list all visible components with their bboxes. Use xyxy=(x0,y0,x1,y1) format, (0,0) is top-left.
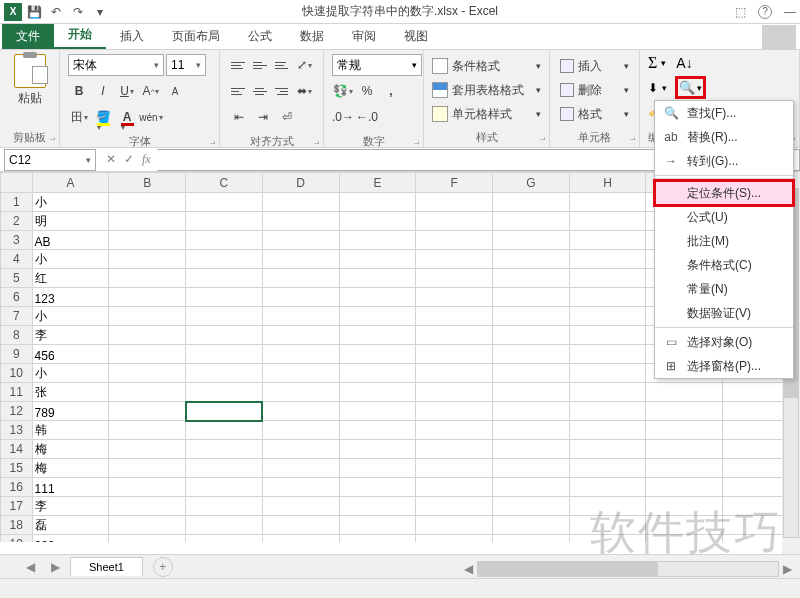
row-header[interactable]: 15 xyxy=(1,459,33,478)
cell[interactable] xyxy=(646,383,723,402)
cell[interactable] xyxy=(186,383,263,402)
cell[interactable] xyxy=(416,269,493,288)
cell[interactable] xyxy=(109,250,186,269)
paste-button[interactable]: 粘贴 xyxy=(14,54,46,107)
cell[interactable] xyxy=(262,421,339,440)
cell[interactable] xyxy=(186,459,263,478)
cell[interactable]: 李 xyxy=(32,497,109,516)
cell[interactable] xyxy=(262,364,339,383)
fx-icon[interactable]: fx xyxy=(142,152,151,167)
cell[interactable]: 明 xyxy=(32,212,109,231)
cell[interactable] xyxy=(493,193,570,212)
cell[interactable] xyxy=(569,231,646,250)
cell[interactable] xyxy=(109,421,186,440)
menu-item[interactable]: 批注(M) xyxy=(655,229,793,253)
cell[interactable]: 梅 xyxy=(32,459,109,478)
row-header[interactable]: 10 xyxy=(1,364,33,383)
cell[interactable] xyxy=(569,497,646,516)
cell[interactable] xyxy=(416,478,493,497)
fill-button[interactable]: ⬇ xyxy=(648,81,658,95)
cell[interactable] xyxy=(109,459,186,478)
cell[interactable] xyxy=(262,193,339,212)
tab-data[interactable]: 数据 xyxy=(286,24,338,49)
qat-redo-icon[interactable]: ↷ xyxy=(68,3,88,21)
menu-item[interactable]: ▭选择对象(O) xyxy=(655,330,793,354)
cell[interactable] xyxy=(262,326,339,345)
align-right-button[interactable] xyxy=(272,81,292,101)
cell[interactable] xyxy=(262,307,339,326)
cell[interactable] xyxy=(262,383,339,402)
row-header[interactable]: 2 xyxy=(1,212,33,231)
cell[interactable] xyxy=(569,421,646,440)
column-header[interactable]: C xyxy=(186,173,263,193)
sheet-nav-next-icon[interactable]: ▶ xyxy=(45,560,66,574)
row-header[interactable]: 17 xyxy=(1,497,33,516)
cell[interactable] xyxy=(262,478,339,497)
cell[interactable] xyxy=(646,421,723,440)
cell[interactable] xyxy=(416,231,493,250)
phonetic-button[interactable]: wén xyxy=(140,106,162,128)
percent-button[interactable]: % xyxy=(356,80,378,102)
menu-item[interactable]: 🔍查找(F)... xyxy=(655,101,793,125)
menu-item[interactable]: 条件格式(C) xyxy=(655,253,793,277)
cell[interactable] xyxy=(416,307,493,326)
menu-item[interactable]: 定位条件(S)... xyxy=(655,181,793,205)
cell[interactable] xyxy=(339,516,416,535)
cell[interactable]: 456 xyxy=(32,345,109,364)
cell[interactable] xyxy=(569,212,646,231)
decrease-decimal-button[interactable]: ←.0 xyxy=(356,106,378,128)
row-header[interactable]: 18 xyxy=(1,516,33,535)
cell[interactable] xyxy=(569,269,646,288)
align-top-button[interactable] xyxy=(228,55,248,75)
horizontal-scrollbar[interactable]: ◀▶ xyxy=(460,560,796,578)
border-button[interactable]: 田 xyxy=(68,106,90,128)
cell[interactable] xyxy=(109,193,186,212)
cell[interactable] xyxy=(262,231,339,250)
cell[interactable] xyxy=(186,231,263,250)
cell[interactable] xyxy=(416,497,493,516)
cell[interactable] xyxy=(493,364,570,383)
cell[interactable]: 222 xyxy=(32,535,109,543)
cell[interactable] xyxy=(262,288,339,307)
cell[interactable] xyxy=(569,478,646,497)
tab-formula[interactable]: 公式 xyxy=(234,24,286,49)
account-avatar[interactable] xyxy=(762,25,796,49)
cell[interactable]: 123 xyxy=(32,288,109,307)
cell[interactable] xyxy=(109,326,186,345)
cell[interactable] xyxy=(646,459,723,478)
cell[interactable] xyxy=(569,535,646,543)
cell[interactable] xyxy=(339,383,416,402)
menu-item[interactable]: 公式(U) xyxy=(655,205,793,229)
font-color-button[interactable]: A xyxy=(116,106,138,128)
cell[interactable] xyxy=(109,307,186,326)
tab-review[interactable]: 审阅 xyxy=(338,24,390,49)
merge-button[interactable]: ⬌ xyxy=(293,80,315,102)
qat-customize-icon[interactable]: ▾ xyxy=(90,3,110,21)
cell[interactable] xyxy=(416,288,493,307)
sort-filter-button[interactable]: A↓ xyxy=(676,55,692,71)
cell[interactable] xyxy=(186,326,263,345)
align-center-button[interactable] xyxy=(250,81,270,101)
cell[interactable] xyxy=(493,345,570,364)
row-header[interactable]: 16 xyxy=(1,478,33,497)
decrease-font-button[interactable]: A xyxy=(164,80,186,102)
cell[interactable] xyxy=(186,402,263,421)
align-left-button[interactable] xyxy=(228,81,248,101)
column-header[interactable]: H xyxy=(569,173,646,193)
cell[interactable] xyxy=(262,250,339,269)
row-header[interactable]: 4 xyxy=(1,250,33,269)
cell[interactable] xyxy=(493,269,570,288)
cell[interactable] xyxy=(186,421,263,440)
cell[interactable] xyxy=(416,440,493,459)
cell[interactable]: AB xyxy=(32,231,109,250)
decrease-indent-button[interactable]: ⇤ xyxy=(228,106,250,128)
cell[interactable] xyxy=(569,345,646,364)
cell[interactable] xyxy=(646,535,723,543)
help-icon[interactable]: ? xyxy=(758,5,772,19)
accounting-button[interactable]: 💱 xyxy=(332,80,354,102)
cell[interactable] xyxy=(493,307,570,326)
cell[interactable]: 张 xyxy=(32,383,109,402)
font-name-combo[interactable]: 宋体▾ xyxy=(68,54,164,76)
cell[interactable] xyxy=(109,497,186,516)
menu-item[interactable]: →转到(G)... xyxy=(655,149,793,173)
